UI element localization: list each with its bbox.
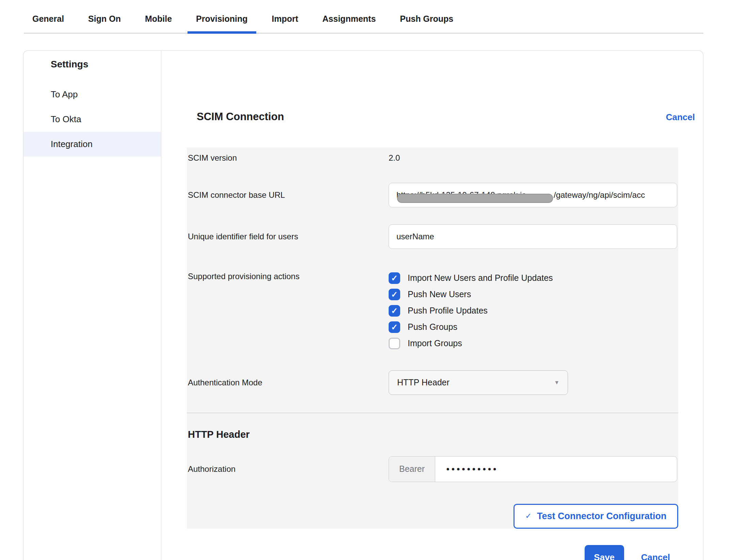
check-icon: ✓ xyxy=(391,274,398,282)
action-push-new-users: ✓ Push New Users xyxy=(389,286,677,303)
tab-assignments[interactable]: Assignments xyxy=(314,14,384,33)
base-url-label: SCIM connector base URL xyxy=(187,189,389,201)
base-url-row: SCIM connector base URL https://h5kd-135… xyxy=(187,183,678,207)
form-footer: Save Cancel xyxy=(161,545,678,560)
unique-identifier-input[interactable]: userName xyxy=(389,224,677,249)
action-push-profile-updates: ✓ Push Profile Updates xyxy=(389,303,677,319)
section-divider xyxy=(187,413,678,413)
sidebar-item-integration[interactable]: Integration xyxy=(23,132,161,157)
bearer-prefix: Bearer xyxy=(389,457,435,482)
scim-version-label: SCIM version xyxy=(187,152,389,164)
checkbox-label: Import Groups xyxy=(408,338,462,348)
authentication-mode-select[interactable]: HTTP Header ▼ xyxy=(389,370,568,395)
test-connector-configuration-label: Test Connector Configuration xyxy=(537,511,666,522)
checkbox-import-groups[interactable]: ✓ xyxy=(389,338,400,349)
authentication-mode-row: Authentication Mode HTTP Header ▼ xyxy=(187,370,678,395)
checkbox-label: Import New Users and Profile Updates xyxy=(408,273,553,283)
base-url-input[interactable]: https://h5kd-135-19-67-148.ngrok.io/gate… xyxy=(389,183,677,207)
sidebar-item-to-okta[interactable]: To Okta xyxy=(23,107,161,132)
action-import-groups: ✓ Import Groups xyxy=(389,335,677,352)
checkbox-push-groups[interactable]: ✓ xyxy=(389,321,400,333)
action-push-groups: ✓ Push Groups xyxy=(389,319,677,335)
tab-import[interactable]: Import xyxy=(263,14,307,33)
chevron-down-icon: ▼ xyxy=(554,380,559,386)
cancel-link-bottom[interactable]: Cancel xyxy=(641,552,670,560)
tab-general[interactable]: General xyxy=(24,14,72,33)
base-url-visible-suffix: /gateway/ng/api/scim/acc xyxy=(554,190,645,200)
test-connector-row: ✓ Test Connector Configuration xyxy=(187,504,678,529)
cancel-link-top[interactable]: Cancel xyxy=(666,112,695,123)
provisioning-card: Settings To App To Okta Integration SCIM… xyxy=(23,50,703,560)
checkbox-push-new-users[interactable]: ✓ xyxy=(389,289,400,300)
checkbox-label: Push Groups xyxy=(408,322,457,332)
scim-version-row: SCIM version 2.0 xyxy=(187,152,678,164)
check-icon: ✓ xyxy=(391,307,398,315)
authorization-row: Authorization Bearer ●●●●●●●●●● xyxy=(187,456,678,482)
action-import-new-users: ✓ Import New Users and Profile Updates xyxy=(389,270,677,286)
provisioning-actions-row: Supported provisioning actions ✓ Import … xyxy=(187,270,678,352)
sidebar-item-to-app[interactable]: To App xyxy=(23,82,161,107)
scim-version-value: 2.0 xyxy=(389,153,678,163)
sidebar-heading: Settings xyxy=(23,59,161,77)
checkbox-import-new-users[interactable]: ✓ xyxy=(389,272,400,284)
unique-identifier-row: Unique identifier field for users userNa… xyxy=(187,224,678,249)
test-connector-configuration-button[interactable]: ✓ Test Connector Configuration xyxy=(514,504,678,529)
scim-settings-panel: SCIM version 2.0 SCIM connector base URL… xyxy=(187,147,678,529)
checkbox-label: Push Profile Updates xyxy=(408,306,488,316)
tab-provisioning[interactable]: Provisioning xyxy=(188,14,256,33)
save-button[interactable]: Save xyxy=(585,545,624,560)
tab-push-groups[interactable]: Push Groups xyxy=(391,14,462,33)
page-title: SCIM Connection xyxy=(197,111,284,123)
provisioning-actions-label: Supported provisioning actions xyxy=(187,270,389,282)
authorization-label: Authorization xyxy=(187,463,389,475)
tab-sign-on[interactable]: Sign On xyxy=(80,14,129,33)
authentication-mode-value: HTTP Header xyxy=(397,378,450,387)
scim-connection-header: SCIM Connection Cancel xyxy=(197,103,695,130)
check-icon: ✓ xyxy=(391,323,398,331)
redaction-bar xyxy=(397,194,553,203)
http-header-section-heading: HTTP Header xyxy=(188,429,678,440)
checkbox-push-profile-updates[interactable]: ✓ xyxy=(389,305,400,317)
app-tab-bar: General Sign On Mobile Provisioning Impo… xyxy=(24,0,703,34)
settings-sidebar: Settings To App To Okta Integration xyxy=(23,51,161,560)
unique-identifier-label: Unique identifier field for users xyxy=(187,231,389,242)
authentication-mode-label: Authentication Mode xyxy=(187,377,389,388)
unique-identifier-value: userName xyxy=(396,232,434,241)
check-icon: ✓ xyxy=(525,512,532,521)
main-content: SCIM Connection Cancel SCIM version 2.0 … xyxy=(161,51,703,560)
authorization-token-input[interactable]: ●●●●●●●●●● xyxy=(435,457,677,482)
authorization-input-group: Bearer ●●●●●●●●●● xyxy=(389,456,677,482)
checkbox-label: Push New Users xyxy=(408,289,471,299)
tab-mobile[interactable]: Mobile xyxy=(136,14,180,33)
check-icon: ✓ xyxy=(391,290,398,299)
